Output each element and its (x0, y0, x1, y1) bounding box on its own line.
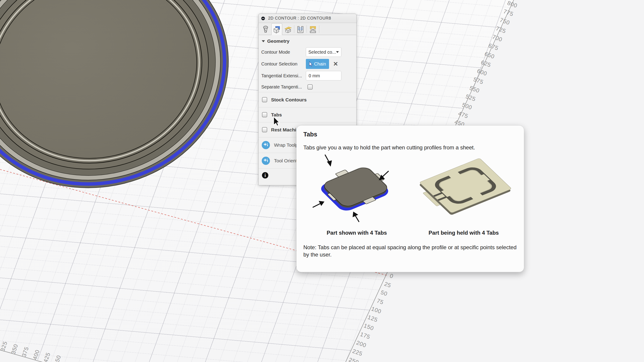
figure-part-held: Part being held with 4 Tabs (410, 151, 517, 236)
separate-tangential-checkbox[interactable] (308, 84, 313, 90)
separate-tangential-label: Separate Tangenti... (261, 84, 306, 90)
contour-mode-select[interactable]: Selected co... (306, 47, 341, 57)
collapse-dialog-icon[interactable] (261, 16, 265, 20)
stock-contours-label: Stock Contours (271, 97, 306, 102)
fusion-viewport: 8007757507257006756506256005755505255004… (0, 0, 644, 362)
separate-tangential-row: Separate Tangenti... (261, 82, 354, 92)
heights-icon (284, 25, 292, 34)
tabs-tooltip: Tabs Tabs give you a way to hold the par… (296, 125, 524, 272)
tab-geometry[interactable] (271, 23, 282, 35)
geometry-section-header[interactable]: Geometry (261, 35, 354, 46)
figure-caption-left: Part shown with 4 Tabs (327, 230, 387, 236)
rest-machining-label: Rest Machi... (271, 127, 300, 132)
collapse-triangle-icon (262, 40, 265, 42)
tangential-extension-value: 0 mm (308, 73, 320, 78)
tab-tool[interactable] (261, 24, 270, 35)
contour-selection-label: Contour Selection (261, 62, 306, 66)
chain-selection-chip[interactable]: Chain (306, 59, 329, 69)
tooltip-note: Note: Tabs can be placed at equal spacin… (303, 244, 518, 258)
add-sparkle-icon (262, 157, 270, 165)
chain-chip-label: Chain (314, 62, 326, 66)
contour-mode-row: Contour Mode Selected co... (261, 46, 354, 58)
contour-mode-label: Contour Mode (261, 50, 306, 55)
tooltip-figures: Part shown with 4 Tabs (303, 151, 517, 236)
tab-separator (319, 25, 319, 33)
tooltip-title: Tabs (303, 131, 517, 138)
tabs-checkbox[interactable] (262, 112, 267, 117)
dialog-header[interactable]: 2D CONTOUR : 2D CONTOUR8 (258, 14, 356, 23)
geometry-icon (272, 24, 281, 34)
select-cursor-icon (309, 62, 313, 66)
rest-machining-checkbox[interactable] (262, 127, 267, 132)
linking-icon (308, 25, 317, 34)
add-sparkle-icon (262, 141, 270, 149)
part-with-tabs-illustration (307, 151, 407, 228)
tangential-extension-input[interactable]: 0 mm (306, 71, 341, 80)
tangential-extension-row: Tangential Extensi... 0 mm (261, 70, 354, 82)
section-label: Geometry (267, 38, 290, 44)
tab-heights[interactable] (283, 24, 293, 35)
part-held-illustration (414, 151, 514, 228)
dialog-tab-bar (258, 23, 356, 35)
tab-separator (294, 25, 294, 33)
stock-contours-checkbox[interactable] (262, 97, 267, 102)
tab-separator (306, 25, 307, 33)
bottom-ruler-line (0, 350, 48, 362)
clear-selection-icon[interactable]: ✕ (333, 61, 338, 67)
info-icon[interactable]: i (262, 172, 268, 178)
dialog-title: 2D CONTOUR : 2D CONTOUR8 (268, 16, 331, 21)
passes-icon (296, 25, 305, 34)
tabs-row: Tabs (261, 107, 354, 122)
tool-icon (261, 25, 270, 34)
tooltip-body: Tabs give you a way to hold the part whe… (303, 144, 517, 151)
tabs-label: Tabs (271, 112, 282, 118)
chevron-down-icon (336, 51, 339, 53)
tab-linking[interactable] (308, 24, 318, 35)
tangential-extension-label: Tangential Extensi... (261, 73, 306, 78)
tab-passes[interactable] (296, 24, 305, 35)
contour-selection-row: Contour Selection Chain ✕ (261, 58, 354, 70)
contour-mode-value: Selected co... (308, 50, 336, 55)
disc-part[interactable] (0, 0, 254, 216)
figure-part-with-tabs: Part shown with 4 Tabs (303, 151, 410, 236)
stock-contours-row: Stock Contours (261, 92, 354, 107)
figure-caption-right: Part being held with 4 Tabs (429, 230, 499, 236)
